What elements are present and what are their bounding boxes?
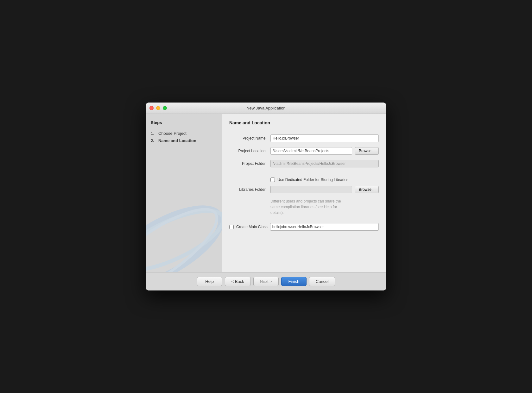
project-name-label: Project Name: [229,136,270,140]
section-title: Name and Location [229,120,379,128]
project-folder-input[interactable] [270,160,379,167]
main-content: Steps 1. Choose Project 2. Name and Loca… [146,114,386,272]
minimize-button[interactable] [156,106,160,110]
hint-text: Different users and projects can share t… [229,198,379,215]
step-2-number: 2. [151,138,157,143]
libraries-folder-label: Libraries Folder: [229,187,270,192]
right-panel: Name and Location Project Name: Project … [222,114,386,272]
title-bar: New Java Application [146,103,386,114]
svg-point-0 [146,193,222,272]
svg-point-1 [146,199,222,272]
project-name-input[interactable] [270,134,379,142]
dedicated-folder-row: Use Dedicated Folder for Storing Librari… [229,178,379,182]
libraries-folder-row: Libraries Folder: Browse... [229,186,379,193]
footer: Help < Back Next > Finish Cancel [146,272,386,290]
project-location-label: Project Location: [229,149,270,153]
close-button[interactable] [149,106,154,110]
dialog-window: New Java Application Steps 1. Choose Pro… [146,103,386,290]
help-button[interactable]: Help [197,277,222,286]
cancel-button[interactable]: Cancel [309,277,335,286]
browse-libraries-button[interactable]: Browse... [355,186,379,193]
window-title: New Java Application [246,106,286,110]
maximize-button[interactable] [163,106,167,110]
sidebar-step-2: 2. Name and Location [151,137,217,144]
sidebar-step-1: 1. Choose Project [151,130,217,137]
project-location-input[interactable] [270,147,352,155]
dedicated-folder-checkbox[interactable] [270,178,275,182]
dedicated-folder-label[interactable]: Use Dedicated Folder for Storing Librari… [277,178,348,182]
next-button[interactable]: Next > [253,277,279,286]
finish-button[interactable]: Finish [281,277,307,286]
create-main-class-row: Create Main Class [229,223,379,231]
steps-label: Steps [151,120,217,127]
create-main-class-label[interactable]: Create Main Class [236,225,268,229]
create-main-class-checkbox[interactable] [229,225,234,229]
step-1-number: 1. [151,131,157,136]
browse-location-button[interactable]: Browse... [355,147,379,155]
project-folder-row: Project Folder: [229,160,379,167]
libraries-folder-input[interactable] [270,186,352,193]
svg-point-2 [146,195,222,272]
hint-text-content: Different users and projects can share t… [270,199,341,215]
window-controls [149,106,167,110]
create-main-class-input[interactable] [270,223,379,231]
project-folder-label: Project Folder: [229,161,270,166]
sidebar: Steps 1. Choose Project 2. Name and Loca… [146,114,222,272]
step-2-label: Name and Location [158,138,196,143]
project-name-row: Project Name: [229,134,379,142]
back-button[interactable]: < Back [225,277,251,286]
project-location-row: Project Location: Browse... [229,147,379,155]
step-1-label: Choose Project [158,131,187,136]
